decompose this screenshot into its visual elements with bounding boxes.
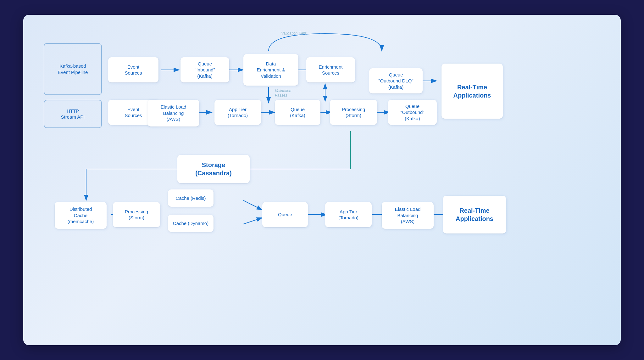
storage-cassandra: Storage(Cassandra)	[177, 155, 250, 183]
cache-dynamo: Cache (Dynamo)	[168, 215, 214, 232]
queue-outbound: Queue"Outbound"(Kafka)	[388, 100, 437, 125]
processing-storm-bot: Processing(Storm)	[113, 202, 160, 227]
event-sources-top: EventSources	[108, 57, 158, 82]
svg-line-18	[243, 200, 262, 210]
realtime-apps-bot: Real-TimeApplications	[443, 196, 506, 233]
app-tier-bot: App Tier(Tornado)	[325, 202, 372, 227]
elastic-lb-bot: Elastic LoadBalancing(AWS)	[382, 202, 434, 229]
queue-kafka-mid: Queue(Kafka)	[275, 100, 320, 125]
queue-outbound-dlq: Queue"Outbound DLQ"(Kafka)	[369, 68, 423, 93]
validation-passes-label: ValidationPasses	[275, 89, 291, 98]
enrichment-sources: EnrichmentSources	[306, 57, 355, 82]
svg-line-19	[243, 218, 262, 224]
elastic-lb-top: Elastic LoadBalancing(AWS)	[147, 100, 199, 127]
kafka-pipeline-label: Kafka-basedEvent Pipeline	[44, 43, 102, 95]
http-stream-label: HTTPStream API	[44, 100, 102, 128]
queue-inbound: Queue"Inbound"(Kafka)	[180, 57, 229, 82]
data-enrichment: DataEnrichment &Validation	[243, 54, 298, 86]
processing-storm-top: Processing(Storm)	[330, 100, 377, 125]
distributed-cache: DistributedCache(memcache)	[55, 202, 107, 229]
app-tier-top: App Tier(Tornado)	[214, 100, 261, 125]
validation-fails-label: Validation Fails	[281, 31, 307, 36]
realtime-apps-top: Real-TimeApplications	[441, 64, 503, 119]
cache-redis: Cache (Redis)	[168, 189, 214, 207]
diagram-container: Kafka-basedEvent Pipeline HTTPStream API…	[23, 15, 621, 345]
queue-bot: Queue	[262, 202, 308, 227]
